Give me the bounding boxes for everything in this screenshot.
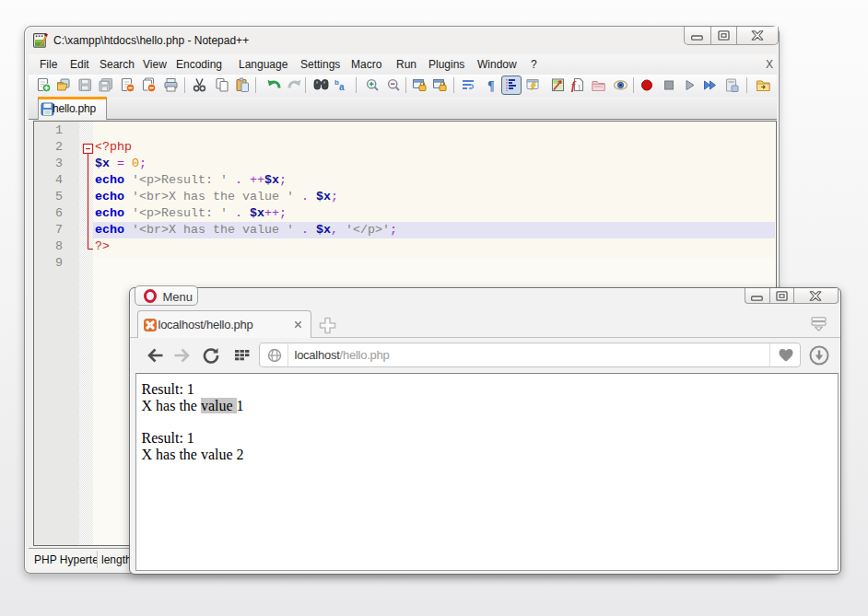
svg-text:]: ] [578, 83, 580, 91]
svg-text:a: a [339, 82, 345, 92]
svg-text:¶: ¶ [487, 79, 495, 93]
